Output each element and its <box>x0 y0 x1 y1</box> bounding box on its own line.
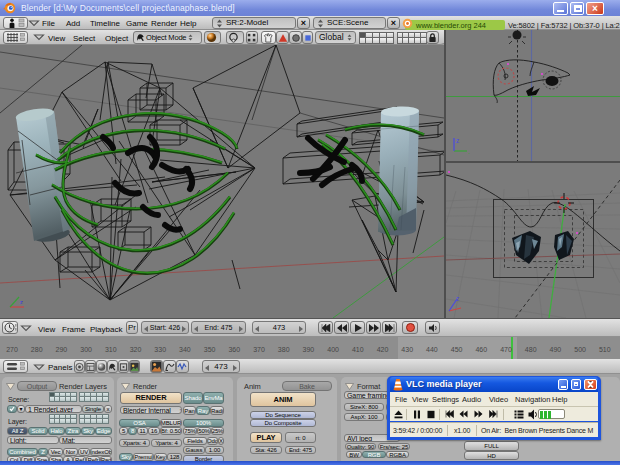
svg-text:z: z <box>20 299 23 305</box>
svg-text:.: . <box>468 148 470 155</box>
svg-text:z: z <box>456 295 459 302</box>
svg-text:z: z <box>456 137 459 144</box>
